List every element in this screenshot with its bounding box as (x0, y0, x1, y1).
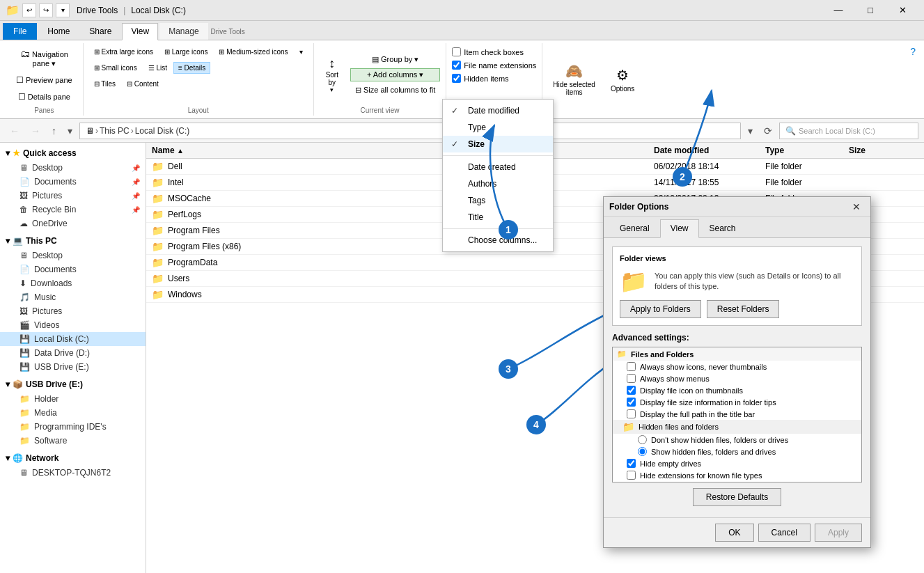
tab-share[interactable]: Share (80, 23, 120, 40)
col-header-size[interactable]: Size (849, 146, 918, 155)
search-bar[interactable]: 🔍 Search Local Disk (C:) (779, 123, 918, 139)
address-bar[interactable]: 🖥 › This PC › Local Disk (C:) (79, 123, 741, 139)
adv-checkbox-display-file-icon[interactable] (627, 386, 636, 395)
sidebar-item-data-drive-d[interactable]: 💾 Data Drive (D:) (0, 346, 146, 360)
adv-item-display-file-size[interactable]: Display file size information in folder … (613, 396, 861, 408)
sidebar-item-holder[interactable]: 📁 Holder (0, 392, 146, 406)
adv-item-hide-merge-conflicts[interactable]: Hide folder merge conflicts (613, 481, 861, 482)
this-pc-header[interactable]: ▾ 💻 This PC (0, 233, 146, 249)
dropdown-item-type[interactable]: Type (443, 119, 553, 136)
sidebar-item-onedrive[interactable]: ☁ OneDrive (0, 217, 146, 230)
adv-radio-show-hidden[interactable] (638, 447, 647, 456)
sidebar-item-documents-qa[interactable]: 📄 Documents 📌 (0, 175, 146, 189)
dropdown-item-choose-columns[interactable]: Choose columns... (443, 232, 553, 249)
sidebar-item-music[interactable]: 🎵 Music (0, 290, 146, 304)
refresh-btn[interactable]: ⟳ (760, 123, 776, 139)
breadcrumb-local-disk[interactable]: Local Disk (C:) (135, 126, 190, 136)
back-btn[interactable]: ← (6, 123, 24, 139)
tiles-btn[interactable]: ⊟ Tiles (89, 78, 120, 90)
item-check-checkbox[interactable] (452, 47, 461, 56)
list-btn[interactable]: ☰ List (143, 62, 172, 74)
close-btn[interactable]: ✕ (886, 0, 918, 21)
help-btn[interactable]: ? (910, 46, 916, 57)
adv-checkbox-always-show-menus[interactable] (627, 374, 636, 383)
add-columns-btn[interactable]: + Add columns ▾ (350, 68, 440, 81)
apply-btn2[interactable]: Apply (815, 524, 862, 542)
tab-home[interactable]: Home (38, 23, 79, 40)
apply-to-folders-btn[interactable]: Apply to Folders (620, 300, 701, 318)
dropdown-btn[interactable]: ▾ (56, 3, 70, 17)
sidebar-item-downloads[interactable]: ⬇ Downloads (0, 276, 146, 290)
dropdown-item-size[interactable]: Size (443, 136, 553, 152)
col-header-name[interactable]: Name ▲ (152, 146, 654, 155)
up-btn[interactable]: ↑ (47, 123, 61, 139)
sidebar-item-pictures-qa[interactable]: 🖼 Pictures 📌 (0, 189, 146, 203)
quick-access-header[interactable]: ▾ ★ Quick access (0, 146, 146, 161)
layout-expand-btn[interactable]: ▾ (295, 46, 308, 58)
dropdown-item-title[interactable]: Title (443, 209, 553, 226)
content-btn[interactable]: ⊟ Content (122, 78, 164, 90)
adv-item-show-hidden[interactable]: Show hidden files, folders and drives (613, 446, 861, 457)
small-icons-btn[interactable]: ⊞ Small icons (89, 62, 142, 74)
dropdown-item-tags[interactable]: Tags (443, 192, 553, 209)
undo-btn[interactable]: ↩ (22, 3, 36, 17)
tab-file[interactable]: File (3, 23, 37, 40)
sidebar-item-programming-ide[interactable]: 📁 Programming IDE's (0, 420, 146, 434)
advanced-list[interactable]: 📁 Files and Folders Always show icons, n… (612, 347, 862, 482)
dialog-close-btn[interactable]: ✕ (848, 200, 865, 214)
adv-item-hide-extensions[interactable]: Hide extensions for known file types (613, 469, 861, 481)
sidebar-item-usb-drive-e[interactable]: 💾 USB Drive (E:) (0, 360, 146, 374)
dropdown-item-date-modified[interactable]: Date modified (443, 102, 553, 119)
address-expand-btn[interactable]: ▾ (744, 123, 757, 139)
redo-btn[interactable]: ↪ (39, 3, 53, 17)
hidden-items-checkbox[interactable] (452, 74, 461, 83)
dialog-tab-general[interactable]: General (609, 219, 660, 237)
maximize-btn[interactable]: □ (854, 0, 886, 21)
adv-item-always-show-menus[interactable]: Always show menus (613, 372, 861, 384)
sidebar-item-media[interactable]: 📁 Media (0, 406, 146, 420)
hide-selected-btn[interactable]: 🙈 Hide selecteditems (548, 59, 600, 100)
sidebar-item-documents-pc[interactable]: 📄 Documents (0, 262, 146, 276)
restore-defaults-btn[interactable]: Restore Defaults (693, 488, 781, 506)
network-header[interactable]: ▾ 🌐 Network (0, 450, 146, 466)
dialog-tab-search[interactable]: Search (699, 219, 746, 237)
adv-item-always-show-icons[interactable]: Always show icons, never thumbnails (613, 361, 861, 372)
sidebar-item-desktop-pc[interactable]: 🖥 Desktop (0, 249, 146, 262)
adv-checkbox-always-show-icons[interactable] (627, 362, 636, 371)
group-by-btn[interactable]: ▤ Group by ▾ (350, 53, 440, 66)
preview-pane-btn[interactable]: ☐ Preview pane (11, 73, 77, 87)
nav-pane-btn[interactable]: 🗂 Navigationpane ▾ (11, 46, 77, 70)
tab-view[interactable]: View (122, 23, 158, 40)
details-btn[interactable]: ≡ Details (173, 62, 210, 74)
adv-checkbox-display-full-path[interactable] (627, 409, 636, 418)
adv-item-display-full-path[interactable]: Display the full path in the title bar (613, 408, 861, 420)
sidebar-item-local-disk-c[interactable]: 💾 Local Disk (C:) (0, 332, 146, 346)
dropdown-item-authors[interactable]: Authors (443, 175, 553, 192)
sidebar-item-desktop-tqjn[interactable]: 🖥 DESKTOP-TQJN6T2 (0, 466, 146, 480)
folder-options-dialog[interactable]: Folder Options ✕ General View Search Fol… (603, 196, 871, 548)
forward-btn[interactable]: → (26, 123, 45, 139)
sidebar-item-recycle-bin[interactable]: 🗑 Recycle Bin 📌 (0, 203, 146, 217)
tab-manage[interactable]: Manage (159, 23, 207, 40)
adv-checkbox-display-file-size[interactable] (627, 398, 636, 407)
recent-locations-btn[interactable]: ▾ (63, 123, 77, 139)
col-header-date[interactable]: Date modified (654, 146, 765, 155)
extra-large-icons-btn[interactable]: ⊞ Extra large icons (89, 46, 158, 58)
minimize-btn[interactable]: — (822, 0, 854, 21)
adv-checkbox-hide-extensions[interactable] (627, 471, 636, 480)
options-btn[interactable]: ⚙ Options (606, 63, 639, 96)
dialog-tab-view[interactable]: View (660, 219, 699, 238)
details-pane-btn[interactable]: ☐ Details pane (11, 90, 77, 104)
sidebar-item-videos[interactable]: 🎬 Videos (0, 318, 146, 332)
ok-btn[interactable]: OK (715, 524, 753, 542)
usb-drive-e2-header[interactable]: ▾ 📦 USB Drive (E:) (0, 377, 146, 392)
sidebar-item-desktop-qa[interactable]: 🖥 Desktop 📌 (0, 161, 146, 175)
dropdown-item-date-created[interactable]: Date created (443, 159, 553, 175)
file-ext-checkbox[interactable] (452, 61, 461, 70)
medium-icons-btn[interactable]: ⊞ Medium-sized icons (214, 46, 292, 58)
adv-item-hide-empty-drives[interactable]: Hide empty drives (613, 457, 861, 469)
col-header-type[interactable]: Type (765, 146, 849, 155)
sidebar-item-pictures-pc[interactable]: 🖼 Pictures (0, 304, 146, 318)
sidebar-item-software[interactable]: 📁 Software (0, 434, 146, 448)
adv-item-dont-show-hidden[interactable]: Don't show hidden files, folders or driv… (613, 434, 861, 446)
